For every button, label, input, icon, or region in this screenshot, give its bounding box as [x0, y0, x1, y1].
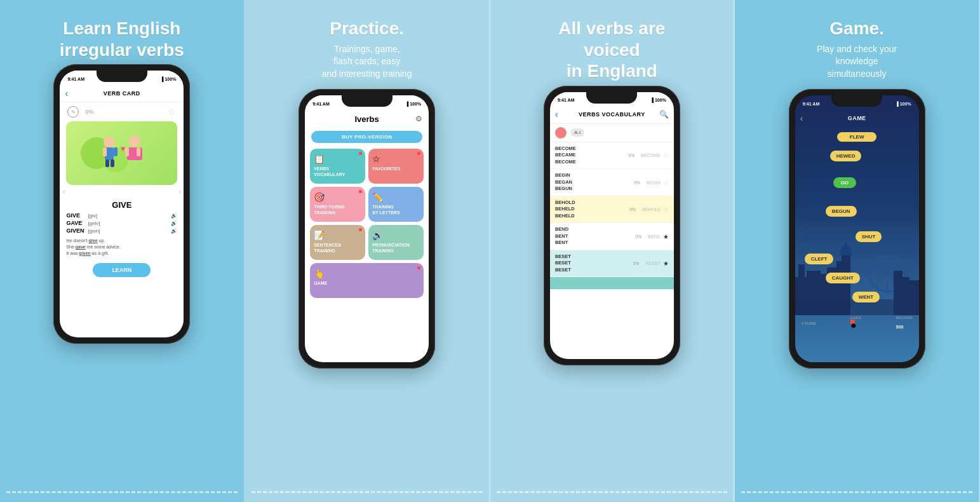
verb-phonetic-given: [givn] [88, 228, 100, 234]
pro-version-button[interactable]: BUY PRO-VERSION [311, 131, 422, 143]
lives-dot: ● [850, 320, 855, 324]
svg-marker-21 [840, 242, 852, 250]
tile-third-forms[interactable]: 🎯 THIRD FORMSTRAINING [310, 187, 365, 222]
panel-voiced: All verbs are voiced in England 9:41 AM … [490, 0, 735, 502]
form-label: 2 FORM [802, 322, 816, 325]
status-icons-4: ▐ 100% [896, 102, 911, 106]
tile-label-third: THIRD FORMSTRAINING [314, 205, 345, 215]
star-icon[interactable]: ☆ [663, 152, 669, 159]
svg-rect-20 [840, 250, 852, 255]
game-word-go[interactable]: GO [833, 175, 856, 187]
verb-percent: 0% [635, 234, 641, 239]
svg-rect-10 [125, 147, 129, 156]
verb-phonetic-give: [giv] [88, 213, 97, 219]
star-icon-filled[interactable]: ★ [663, 260, 669, 267]
tile-game[interactable]: 👆 GAME [310, 263, 424, 298]
game-word-caught[interactable]: CAUGHT [826, 271, 860, 282]
phone1-star-icon[interactable]: ☆ [168, 107, 176, 117]
list-item[interactable]: BEND BENT BENT 0% BEND ★ [550, 223, 674, 250]
verb-right-begin: 0% BEGIN ☆ [634, 179, 669, 186]
svg-rect-7 [111, 159, 114, 167]
tile-label-sentences: SENTENCESTRAINING [314, 243, 341, 254]
game-word-cleft[interactable]: CLEFT [805, 252, 834, 263]
panel-game: Game. Play and check your knowledge simu… [735, 0, 980, 502]
audio-icon-gave[interactable]: 🔊 [171, 220, 177, 226]
tile-training-letters[interactable]: ✏️ TRAININGBY LETTERS [368, 187, 424, 222]
tile-icon-sentences: 📝 [314, 230, 325, 240]
svg-rect-31 [908, 280, 919, 315]
phone1-next-icon[interactable]: › [178, 186, 182, 196]
phone-3-notch [586, 92, 637, 104]
verb-forms-begin: BEGIN BEGAN BEGUN [555, 172, 634, 193]
notification-dot [417, 152, 420, 155]
phone-2-screen: 9:41 AM ▐ 100% Iverbs ⚙ BUY PRO-VERSION … [305, 95, 429, 362]
phone1-verb-title: GIVE [60, 200, 184, 210]
verb-answer: BECOME [641, 153, 661, 158]
phone-1-screen: 9:41 AM ▐ 100% ‹ VERB CARD ✎ 0% ☆ [60, 71, 184, 337]
phone-2-notch [342, 95, 393, 107]
status-time-1: 9:41 AM [67, 77, 84, 81]
phone1-sentences: He doesn't give up. She gave me some adv… [60, 235, 184, 259]
search-icon[interactable]: 🔍 [659, 110, 669, 119]
list-item[interactable]: BECOME BECAME BECOME 0% BECOME ☆ [550, 142, 674, 170]
illustration-svg: ♥ [71, 125, 173, 182]
phone3-verb-list: BECOME BECAME BECOME 0% BECOME ☆ BEGIN B… [550, 142, 674, 290]
audio-icon-give[interactable]: 🔊 [171, 213, 177, 219]
filter-sort-button[interactable]: A-I [570, 128, 584, 137]
verb-answer: BEHOLD [642, 207, 661, 212]
tile-label-game: GAME [314, 281, 327, 286]
panel-4-subtitle: Play and check your knowledge simultaneo… [817, 43, 897, 81]
panel-practice: Practice. Trainings, game, flash cards; … [245, 0, 490, 502]
phone-4: 9:41 AM ▐ 100% ‹ GAME FLEW [789, 89, 925, 369]
table-row: GAVE [geiv] 🔊 [66, 220, 177, 226]
audio-icon-given[interactable]: 🔊 [171, 228, 177, 234]
phone3-navbar: ‹ VERBS VOCABULARY 🔍 [550, 106, 674, 124]
table-row: GIVE [giv] 🔊 [66, 212, 177, 219]
phone1-toolbar: ✎ 0% ☆ [60, 102, 184, 121]
list-item[interactable]: BESET BESET BESET 0% RESET ★ [550, 250, 674, 278]
phone-3: 9:41 AM ▐ 100% ‹ VERBS VOCABULARY 🔍 A-I … [544, 86, 680, 365]
banner-word: FLEW [837, 132, 877, 142]
notification-dot [417, 266, 420, 269]
phone1-prev-icon[interactable]: ‹ [62, 186, 65, 196]
verb-percent: 0% [633, 261, 639, 266]
svg-rect-5 [114, 147, 117, 156]
star-icon[interactable]: ☆ [663, 179, 669, 186]
tile-pronunciation[interactable]: 🔊 PRONUNCIATIONTRAINING [368, 225, 424, 260]
gear-icon[interactable]: ⚙ [415, 114, 422, 123]
tile-label-vocab: VERBSVOCABULARY [314, 166, 345, 177]
tile-favourites[interactable]: ☆ FAVOURITES [368, 149, 424, 184]
phone1-illustration: ♥ [66, 121, 177, 185]
star-icon-filled[interactable]: ★ [663, 233, 669, 240]
list-item[interactable]: BEHOLD BEHELD BEHELD 0% BEHOLD ☆ [550, 196, 674, 224]
panel-4-title: Game. [829, 18, 884, 39]
game-word-went[interactable]: WENT [852, 290, 880, 301]
list-item-partial [550, 277, 674, 290]
verb-forms-beset: BESET BESET BESET [555, 254, 633, 274]
phone-4-notch [831, 95, 882, 107]
verb-word-give: GIVE [66, 212, 85, 219]
phone4-back-icon[interactable]: ‹ [800, 113, 803, 123]
game-area: HEWED GO BEGUN SHUT CLEFT CAUGHT [795, 144, 919, 334]
phone-1-notch [97, 71, 147, 82]
verb-phonetic-gave: [geiv] [88, 220, 100, 226]
phone3-back-icon[interactable]: ‹ [555, 109, 558, 119]
list-item[interactable]: BEGIN BEGAN BEGUN 0% BEGIN ☆ [550, 169, 674, 196]
filter-color-dot[interactable] [555, 127, 567, 139]
game-word-hewed[interactable]: HEWED [830, 149, 862, 160]
phone-4-screen: 9:41 AM ▐ 100% ‹ GAME FLEW [795, 95, 919, 362]
game-word-begun[interactable]: BEGUN [826, 204, 857, 215]
tile-verbs-vocabulary[interactable]: 📋 VERBSVOCABULARY [310, 149, 365, 184]
tile-icon-game: 👆 [314, 268, 325, 278]
phone1-back-icon[interactable]: ‹ [65, 88, 68, 98]
tile-sentences[interactable]: 📝 SENTENCESTRAINING [310, 225, 365, 260]
game-word-shut[interactable]: SHUT [856, 229, 882, 241]
learn-button[interactable]: LEARN [93, 263, 151, 277]
phone1-edit-icon[interactable]: ✎ [67, 106, 79, 118]
game-bottom-bar: 2 FORM LIVES ● RECORD 900 [795, 316, 919, 331]
panel-1-title: Learn English irregular verbs [60, 18, 184, 60]
phone3-filter-bar: A-I [550, 124, 674, 142]
phone-3-screen: 9:41 AM ▐ 100% ‹ VERBS VOCABULARY 🔍 A-I … [550, 92, 674, 359]
sentence-3: It was given as a gift. [66, 250, 177, 257]
star-icon[interactable]: ☆ [663, 206, 669, 213]
